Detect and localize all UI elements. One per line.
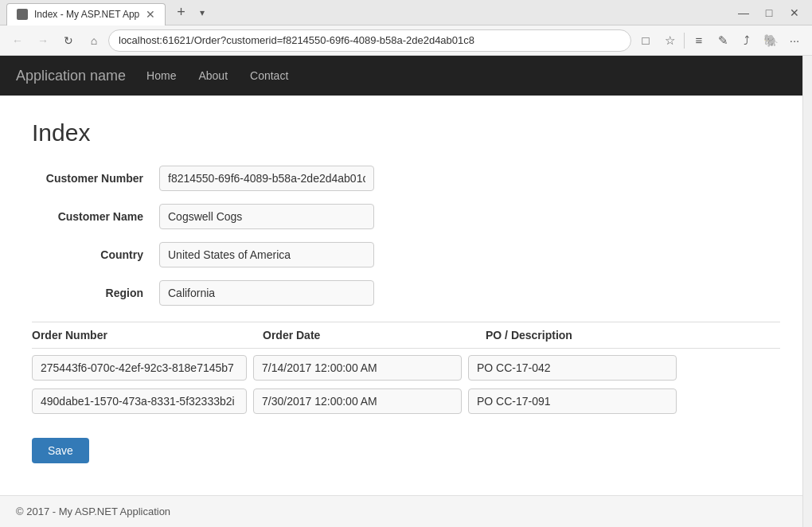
browser-titlebar: Index - My ASP.NET App ✕ + ▾ — □ ✕ bbox=[0, 0, 812, 25]
customer-number-group: Customer Number bbox=[32, 166, 780, 191]
region-input[interactable] bbox=[159, 280, 374, 306]
country-input[interactable] bbox=[159, 242, 374, 267]
navbar-brand: Application name bbox=[16, 68, 126, 84]
reload-button[interactable]: ↻ bbox=[57, 29, 80, 52]
extensions-button[interactable]: 🐘 bbox=[759, 29, 782, 52]
nav-contact-link[interactable]: Contact bbox=[248, 66, 290, 85]
order-number-input-2[interactable] bbox=[32, 388, 247, 414]
page-title: Index bbox=[32, 119, 780, 146]
country-label: Country bbox=[32, 248, 159, 261]
reader-view-button[interactable]: □ bbox=[634, 29, 657, 52]
browser-tab[interactable]: Index - My ASP.NET App ✕ bbox=[6, 3, 166, 25]
country-group: Country bbox=[32, 242, 780, 267]
home-button[interactable]: ⌂ bbox=[83, 29, 105, 52]
po-description-input-2[interactable] bbox=[468, 388, 677, 414]
footer: © 2017 - My ASP.NET Application bbox=[0, 495, 812, 527]
navbar: Application name Home About Contact bbox=[0, 56, 812, 96]
nav-about-link[interactable]: About bbox=[197, 66, 229, 85]
footer-text: © 2017 - My ASP.NET Application bbox=[16, 506, 170, 517]
customer-name-label: Customer Name bbox=[32, 210, 159, 223]
more-button[interactable]: ··· bbox=[783, 29, 806, 52]
page-content: Index Customer Number Customer Name Coun… bbox=[0, 96, 812, 495]
browser-toolbar: ← → ↻ ⌂ □ ☆ ≡ ✎ ⤴ 🐘 ··· bbox=[0, 25, 812, 56]
tab-title: Index - My ASP.NET App bbox=[34, 9, 139, 20]
customer-number-input[interactable] bbox=[159, 166, 374, 191]
orders-table-header: Order Number Order Date PO / Description bbox=[32, 322, 780, 349]
back-button[interactable]: ← bbox=[6, 29, 29, 52]
maximize-button[interactable]: □ bbox=[758, 2, 780, 24]
toolbar-icons: □ ☆ ≡ ✎ ⤴ 🐘 ··· bbox=[634, 29, 806, 52]
order-date-column-header: Order Date bbox=[263, 329, 486, 342]
region-label: Region bbox=[32, 287, 159, 299]
order-number-input-1[interactable] bbox=[32, 355, 247, 381]
tab-close-button[interactable]: ✕ bbox=[146, 8, 155, 21]
forward-button[interactable]: → bbox=[32, 29, 54, 52]
save-button[interactable]: Save bbox=[32, 438, 89, 463]
share-button[interactable]: ⤴ bbox=[736, 29, 758, 52]
app-container: Application name Home About Contact Inde… bbox=[0, 56, 812, 527]
order-number-column-header: Order Number bbox=[32, 329, 263, 342]
customer-name-input[interactable] bbox=[159, 204, 374, 229]
order-date-input-2[interactable] bbox=[253, 388, 462, 414]
new-tab-button[interactable]: + bbox=[172, 4, 190, 21]
browser-chrome: Index - My ASP.NET App ✕ + ▾ — □ ✕ ← → ↻… bbox=[0, 0, 812, 56]
table-row bbox=[32, 355, 780, 381]
po-description-input-1[interactable] bbox=[468, 355, 677, 381]
tab-list-button[interactable]: ▾ bbox=[197, 7, 208, 18]
address-bar[interactable] bbox=[108, 29, 631, 52]
menu-button[interactable]: ≡ bbox=[688, 29, 710, 52]
nav-home-link[interactable]: Home bbox=[145, 66, 178, 85]
order-date-input-1[interactable] bbox=[253, 355, 462, 381]
customer-name-group: Customer Name bbox=[32, 204, 780, 229]
table-row bbox=[32, 388, 780, 414]
customer-number-label: Customer Number bbox=[32, 172, 159, 185]
minimize-button[interactable]: — bbox=[732, 2, 755, 24]
region-group: Region bbox=[32, 280, 780, 306]
close-window-button[interactable]: ✕ bbox=[783, 2, 806, 24]
annotation-button[interactable]: ✎ bbox=[712, 29, 734, 52]
po-description-column-header: PO / Description bbox=[486, 329, 780, 342]
tab-favicon bbox=[17, 9, 28, 20]
bookmark-button[interactable]: ☆ bbox=[658, 29, 681, 52]
scrollbar-track[interactable] bbox=[802, 56, 812, 527]
orders-section: Order Number Order Date PO / Description… bbox=[32, 322, 780, 463]
